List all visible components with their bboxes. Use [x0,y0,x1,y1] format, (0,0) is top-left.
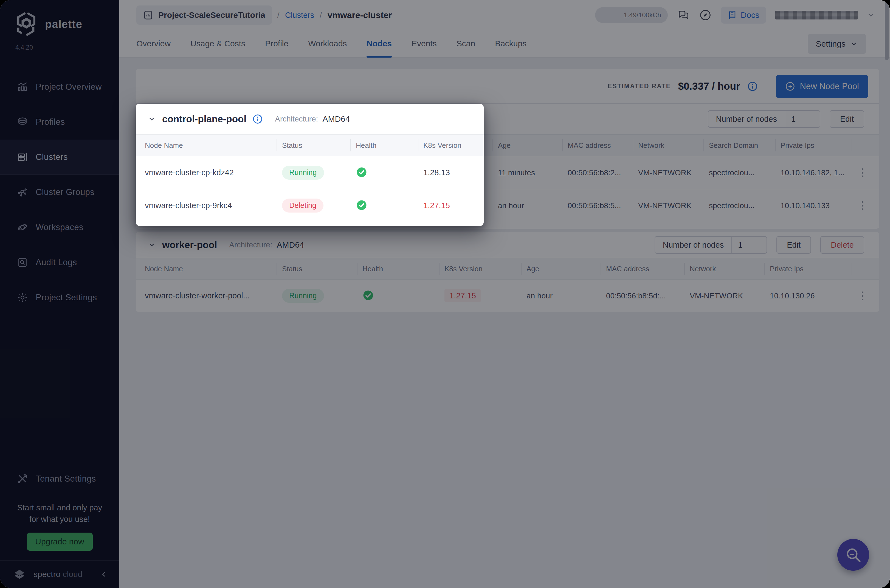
architecture-value: AMD64 [323,114,350,124]
node-name: vmware-cluster-cp-9rkc4 [145,201,282,210]
pool-name: control-plane-pool [162,114,246,124]
table-row: vmware-cluster-cp-kdz42 Running 1.28.13 [136,156,484,189]
k8s-version: 1.27.15 [423,201,484,210]
status-badge: Running [282,166,324,180]
table-header-row: Node Name Status Health K8s Version [136,134,484,156]
spotlight-control-plane-pool-card: control-plane-pool Architecture: AMD64 N… [136,104,484,226]
health-ok-icon [356,200,367,211]
k8s-version: 1.28.13 [423,168,484,177]
architecture-label: Architecture: [275,115,318,123]
chevron-down-icon[interactable] [148,115,156,123]
status-badge: Deleting [282,198,323,213]
tutorial-dim-overlay [0,0,890,588]
app-window: palette 4.4.20 Project Overview Profiles… [0,0,890,588]
health-ok-icon [356,166,367,178]
info-icon[interactable] [252,114,263,124]
node-name: vmware-cluster-cp-kdz42 [145,168,282,177]
pool-header: control-plane-pool Architecture: AMD64 [136,104,484,134]
table-row: vmware-cluster-cp-9rkc4 Deleting 1.27.15 [136,189,484,222]
